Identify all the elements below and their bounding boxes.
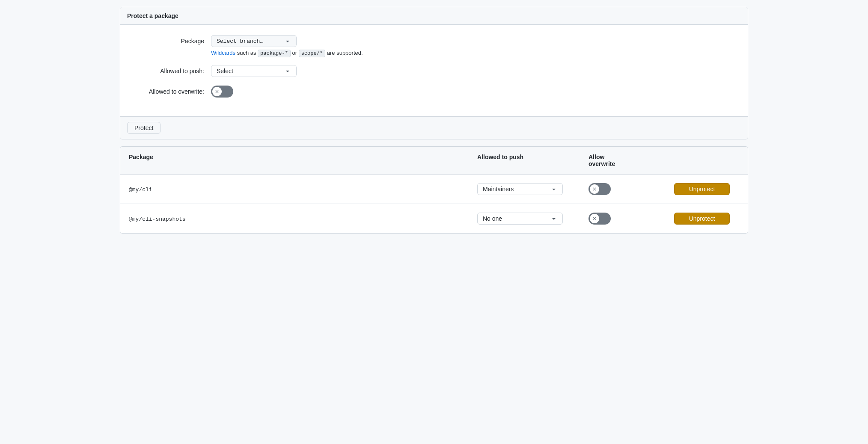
- allowed-push-form-group: Allowed to push: Select: [134, 65, 734, 77]
- row2-push-select[interactable]: No one: [477, 213, 563, 225]
- x-icon: [592, 186, 597, 192]
- allowed-push-select-value: Select: [217, 68, 233, 74]
- x-icon: [214, 89, 220, 94]
- package-label: Package: [134, 35, 211, 44]
- form-card-body: Package Select branch… Wildcards such as…: [120, 25, 748, 116]
- package-field: Select branch… Wildcards such as package…: [211, 35, 734, 56]
- wildcards-hint: Wildcards such as package-* or scope/* a…: [211, 50, 734, 56]
- row2-overwrite: [587, 207, 672, 230]
- row2-push-value: No one: [483, 215, 502, 222]
- row2-allowed-push: No one: [476, 207, 587, 230]
- row1-package: @my/cli: [127, 181, 476, 198]
- row2-overwrite-toggle[interactable]: [589, 213, 611, 225]
- protect-button[interactable]: Protect: [127, 122, 161, 134]
- chevron-down-icon: [284, 38, 291, 44]
- wildcards-text: such as: [235, 50, 258, 56]
- row1-overwrite: [587, 178, 672, 200]
- form-card-footer: Protect: [120, 116, 748, 139]
- row1-package-name: @my/cli: [129, 186, 152, 193]
- table-header: Package Allowed to push Allowoverwrite: [120, 147, 748, 175]
- chevron-down-icon: [550, 215, 557, 222]
- overwrite-form-group: Allowed to overwrite:: [134, 86, 734, 98]
- row1-toggle-container: [589, 183, 671, 195]
- row1-actions: Unprotect: [672, 178, 741, 200]
- wildcards-code2: scope/*: [299, 50, 325, 57]
- row2-package: @my/cli-snapshots: [127, 210, 476, 228]
- overwrite-field: [211, 86, 734, 98]
- row2-unprotect-button[interactable]: Unprotect: [674, 213, 730, 225]
- row1-push-value: Maintainers: [483, 186, 514, 192]
- form-title: Protect a package: [127, 12, 178, 19]
- toggle-thumb: [590, 214, 599, 223]
- toggle-thumb: [212, 87, 222, 96]
- table-row: @my/cli Maintainers: [120, 175, 748, 204]
- wildcards-suffix: are supported.: [325, 50, 363, 56]
- wildcards-link[interactable]: Wildcards: [211, 50, 235, 56]
- package-form-group: Package Select branch… Wildcards such as…: [134, 35, 734, 56]
- row1-overwrite-toggle[interactable]: [589, 183, 611, 195]
- overwrite-label: Allowed to overwrite:: [134, 86, 211, 95]
- x-icon: [592, 216, 597, 221]
- overwrite-toggle[interactable]: [211, 86, 233, 98]
- row2-actions: Unprotect: [672, 207, 741, 230]
- row1-unprotect-button[interactable]: Unprotect: [674, 183, 730, 195]
- protect-package-card: Protect a package Package Select branch……: [120, 7, 748, 139]
- toggle-track: [211, 86, 233, 98]
- packages-table-card: Package Allowed to push Allowoverwrite @…: [120, 146, 748, 234]
- row2-toggle-container: [589, 213, 671, 225]
- allowed-push-label: Allowed to push:: [134, 65, 211, 74]
- row2-package-name: @my/cli-snapshots: [129, 216, 186, 222]
- overwrite-toggle-container: [211, 86, 734, 98]
- allowed-push-select[interactable]: Select: [211, 65, 297, 77]
- form-card-header: Protect a package: [120, 7, 748, 25]
- col-header-package: Package: [127, 150, 476, 171]
- toggle-thumb: [590, 184, 599, 194]
- col-header-allowed-push: Allowed to push: [476, 150, 587, 171]
- chevron-down-icon: [284, 68, 291, 74]
- row1-push-select[interactable]: Maintainers: [477, 183, 563, 195]
- toggle-track: [589, 183, 611, 195]
- wildcards-or: or: [291, 50, 299, 56]
- package-select-value: Select branch…: [217, 38, 263, 44]
- col-header-actions: [672, 150, 741, 171]
- row1-allowed-push: Maintainers: [476, 178, 587, 200]
- allowed-push-field: Select: [211, 65, 734, 77]
- toggle-track: [589, 213, 611, 225]
- table-row: @my/cli-snapshots No one: [120, 204, 748, 233]
- package-select[interactable]: Select branch…: [211, 35, 297, 47]
- wildcards-code1: package-*: [258, 50, 291, 57]
- chevron-down-icon: [550, 186, 557, 192]
- col-header-allow-overwrite: Allowoverwrite: [587, 150, 672, 171]
